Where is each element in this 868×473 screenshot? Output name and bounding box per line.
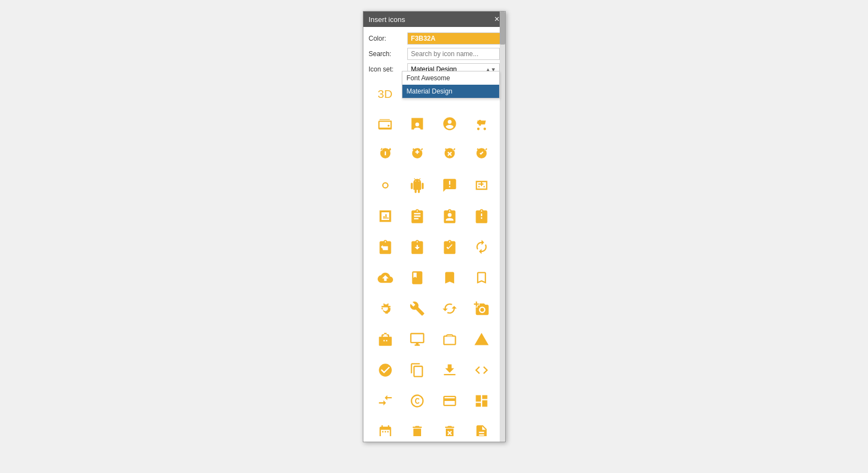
icon-account-balance-wallet[interactable]	[371, 109, 400, 138]
icon-3d-rotation[interactable]: 3D	[371, 79, 400, 107]
icon-bug-report[interactable]	[371, 294, 400, 323]
icon-copyright[interactable]	[403, 387, 432, 415]
icon-desktop-mac[interactable]	[403, 325, 432, 354]
scroll-thumb[interactable]	[500, 12, 505, 45]
icon-alarm[interactable]	[371, 140, 400, 169]
icon-business-center[interactable]	[371, 325, 400, 354]
icon-cached[interactable]	[435, 294, 464, 323]
icon-assignment-returned[interactable]	[403, 233, 432, 261]
dialog-header: Insert icons ×	[363, 12, 505, 27]
icon-grid-container: 3D	[369, 79, 500, 436]
icon-build[interactable]	[403, 294, 432, 323]
icon-grid: 3D	[371, 79, 497, 436]
icon-all-out[interactable]	[371, 171, 400, 200]
icon-check-circle[interactable]	[371, 356, 400, 384]
icon-book[interactable]	[403, 263, 432, 292]
scrollbar[interactable]	[500, 12, 505, 442]
icon-date-range[interactable]	[371, 417, 400, 436]
dropdown-option-font-awesome[interactable]: Font Awesome	[402, 72, 499, 85]
icon-get-app[interactable]	[435, 356, 464, 384]
svg-point-2	[383, 183, 388, 188]
icon-content-copy[interactable]	[403, 356, 432, 384]
color-input[interactable]	[407, 32, 500, 45]
icon-bookmark[interactable]	[435, 263, 464, 292]
dropdown-option-material-design[interactable]: Material Design	[402, 85, 499, 98]
icon-alarm-add[interactable]	[403, 140, 432, 169]
insert-icons-dialog: Insert icons × Color: Search: Icon set: …	[363, 11, 506, 442]
icon-backup[interactable]	[371, 263, 400, 292]
icon-assignment-turned-in[interactable]	[435, 233, 464, 261]
icon-code[interactable]	[467, 356, 496, 384]
search-row: Search:	[369, 48, 500, 60]
icon-delete-forever[interactable]	[435, 417, 464, 436]
icon-credit-card[interactable]	[435, 387, 464, 415]
dialog-title: Insert icons	[369, 15, 405, 24]
icon-compare-arrows[interactable]	[371, 387, 400, 415]
icon-assignment[interactable]	[403, 202, 432, 230]
icon-add-shopping-cart[interactable]	[467, 109, 496, 138]
icon-android[interactable]	[403, 171, 432, 200]
icon-account-circle[interactable]	[435, 109, 464, 138]
icon-alarm-on[interactable]	[467, 140, 496, 169]
icon-assignment-ind[interactable]	[435, 202, 464, 230]
dialog-body: Color: Search: Icon set: Material Design…	[363, 27, 505, 442]
color-row: Color:	[369, 32, 500, 45]
close-button[interactable]: ×	[494, 15, 499, 24]
icon-assignment-late[interactable]	[467, 202, 496, 230]
icon-announcement[interactable]	[435, 171, 464, 200]
icon-autorenew[interactable]	[467, 233, 496, 261]
icon-warning[interactable]	[467, 325, 496, 354]
icon-assessment[interactable]	[371, 202, 400, 230]
color-label: Color:	[369, 35, 407, 42]
search-label: Search:	[369, 50, 407, 58]
icon-description[interactable]	[467, 417, 496, 436]
icon-work[interactable]	[435, 325, 464, 354]
icon-dashboard[interactable]	[467, 387, 496, 415]
icon-delete[interactable]	[403, 417, 432, 436]
icon-alarm-off[interactable]	[435, 140, 464, 169]
icon-assignment-return[interactable]	[371, 233, 400, 261]
icon-account-box[interactable]	[403, 109, 432, 138]
icon-set-dropdown: Font Awesome Material Design	[402, 71, 500, 98]
icon-add-a-photo[interactable]	[467, 294, 496, 323]
search-input[interactable]	[407, 48, 500, 60]
icon-aspect-ratio[interactable]	[467, 171, 496, 200]
svg-text:3D: 3D	[378, 87, 392, 100]
icon-bookmark-border[interactable]	[467, 263, 496, 292]
